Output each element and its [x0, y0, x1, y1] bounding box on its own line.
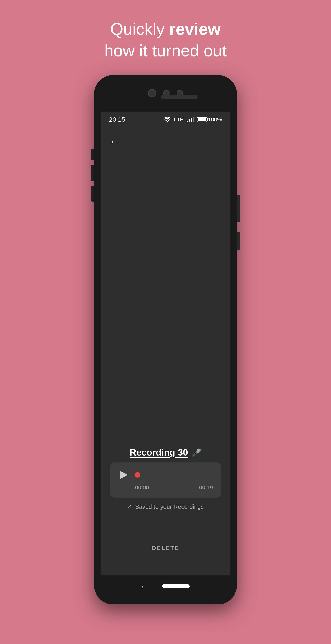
hero-text: Quickly review how it turned out — [104, 18, 227, 62]
phone-nav-bar: ‹ — [101, 575, 230, 598]
saved-text: Saved to your Recordings — [135, 503, 204, 510]
phone-device: 20:15 LTE — [94, 75, 237, 604]
vol-up-button — [91, 149, 94, 160]
current-time: 00:00 — [135, 484, 149, 491]
player-controls — [118, 469, 213, 481]
status-icons: LTE 100% — [164, 116, 222, 123]
check-icon: ✓ — [127, 503, 132, 510]
volume-buttons — [91, 149, 94, 202]
time-labels: 00:00 00:19 — [135, 484, 213, 491]
recording-title-row: Recording 30 🎤 — [130, 447, 201, 458]
audio-player: 00:00 00:19 — [110, 462, 221, 498]
back-button[interactable]: ← — [108, 134, 120, 149]
signal-icon — [187, 117, 194, 122]
recording-title: Recording 30 — [130, 447, 188, 458]
hero-line2: how it turned out — [104, 42, 227, 60]
delete-section: DELETE — [101, 540, 230, 556]
delete-button[interactable]: DELETE — [138, 540, 193, 556]
svg-point-0 — [167, 121, 168, 122]
status-bar: 20:15 LTE — [101, 112, 230, 128]
lte-label: LTE — [174, 116, 184, 123]
vol-extra-button — [91, 186, 94, 202]
progress-thumb[interactable] — [135, 472, 140, 478]
status-time: 20:15 — [109, 116, 125, 123]
nav-home-pill[interactable] — [162, 584, 190, 588]
camera-area — [148, 89, 183, 97]
total-time: 00:19 — [199, 484, 213, 491]
recording-section: Recording 30 🎤 — [101, 447, 230, 510]
speaker — [161, 95, 198, 99]
edit-icon[interactable]: 🎤 — [192, 448, 201, 457]
hero-line1: Quickly review — [110, 20, 221, 38]
battery-percent: 100% — [208, 116, 222, 123]
saved-status: ✓ Saved to your Recordings — [127, 503, 204, 510]
progress-track — [135, 475, 213, 476]
front-camera-1 — [148, 89, 156, 97]
battery-icon: 100% — [197, 116, 222, 123]
nav-back-icon[interactable]: ‹ — [141, 582, 143, 590]
app-content: ← Recording 30 🎤 — [101, 128, 230, 575]
phone-screen: 20:15 LTE — [101, 82, 230, 598]
progress-bar[interactable] — [135, 475, 213, 476]
phone-shell: 20:15 LTE — [94, 75, 237, 604]
play-button[interactable] — [118, 469, 130, 481]
play-triangle-icon — [120, 471, 128, 479]
wifi-icon — [164, 116, 171, 122]
vol-down-button — [91, 165, 94, 181]
phone-top-bar — [101, 82, 230, 112]
